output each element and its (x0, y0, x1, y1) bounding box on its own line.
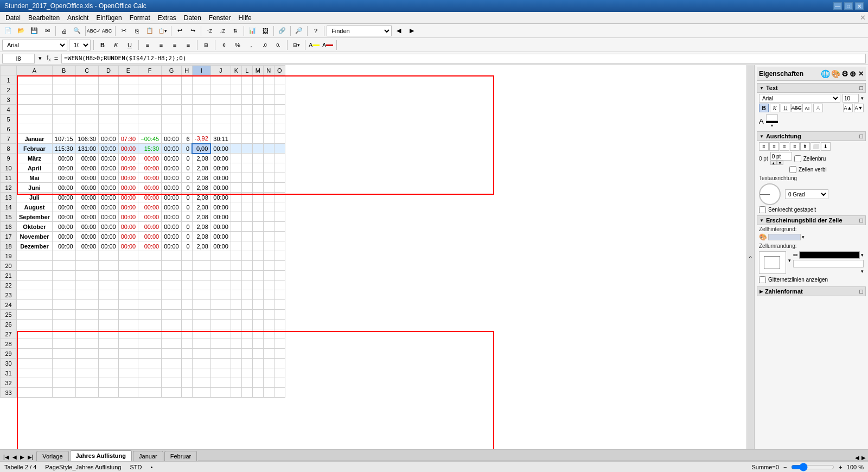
cell-E30[interactable] (118, 359, 138, 368)
cell-C23[interactable] (75, 290, 99, 300)
cell-J4[interactable] (210, 105, 231, 114)
cell-B16[interactable]: 00:00 (52, 222, 75, 232)
cell-K22[interactable] (231, 280, 241, 290)
cell-K18[interactable] (231, 241, 241, 251)
prop-icon-1[interactable]: 🌐 (821, 69, 830, 78)
cell-L8[interactable] (241, 144, 252, 154)
cell-M28[interactable] (252, 339, 263, 349)
zoom-in-btn[interactable]: + (839, 464, 842, 470)
cell-K29[interactable] (231, 349, 241, 359)
cell-M32[interactable] (252, 378, 263, 388)
cell-G17[interactable]: 00:00 (162, 232, 182, 241)
col-header-O[interactable]: O (274, 66, 285, 75)
cell-J5[interactable] (210, 114, 231, 124)
currency-btn[interactable]: € (218, 40, 230, 50)
cell-J16[interactable]: 00:00 (210, 222, 231, 232)
cell-F17[interactable]: 00:00 (138, 232, 162, 241)
cell-A5[interactable] (17, 114, 53, 124)
cell-D30[interactable] (99, 359, 119, 368)
cell-H27[interactable] (181, 329, 192, 339)
row-number-30[interactable]: 30 (1, 359, 17, 368)
cell-N33[interactable] (263, 388, 274, 398)
cell-D20[interactable] (99, 261, 119, 271)
row-number-23[interactable]: 23 (1, 290, 17, 300)
cell-L31[interactable] (241, 368, 252, 378)
cell-L12[interactable] (241, 183, 252, 193)
cell-C9[interactable]: 00:00 (75, 154, 99, 163)
menu-hilfe[interactable]: Hilfe (235, 13, 255, 23)
new-btn[interactable]: 📄 (2, 25, 14, 36)
cell-A18[interactable]: Dezember (17, 241, 53, 251)
row-number-28[interactable]: 28 (1, 339, 17, 349)
cell-A14[interactable]: August (17, 202, 53, 212)
cell-E2[interactable] (118, 85, 138, 95)
cell-N23[interactable] (263, 290, 274, 300)
cell-A2[interactable] (17, 85, 53, 95)
hyperlink-btn[interactable]: 🔗 (276, 25, 288, 36)
cell-A31[interactable] (17, 368, 53, 378)
cell-B13[interactable]: 00:00 (52, 193, 75, 202)
col-header-K[interactable]: K (231, 66, 241, 75)
cell-K25[interactable] (231, 310, 241, 320)
cell-H16[interactable]: 0 (181, 222, 192, 232)
cell-D22[interactable] (99, 280, 119, 290)
cell-H32[interactable] (181, 378, 192, 388)
cell-G31[interactable] (162, 368, 182, 378)
cell-M20[interactable] (252, 261, 263, 271)
increase-decimal-btn[interactable]: .0 (259, 40, 271, 50)
cell-H31[interactable] (181, 368, 192, 378)
border-color-dropdown[interactable]: ▾ (861, 252, 864, 258)
cell-B6[interactable] (52, 124, 75, 134)
cell-A27[interactable] (17, 329, 53, 339)
prop-strike-btn[interactable]: ABC (792, 104, 801, 112)
insert-chart-btn[interactable]: 📊 (246, 25, 258, 36)
cell-A13[interactable]: Juli (17, 193, 53, 202)
panel-toggle[interactable]: ‹ (746, 65, 754, 449)
close-button[interactable]: ✕ (855, 2, 864, 10)
cell-K31[interactable] (231, 368, 241, 378)
cell-L3[interactable] (241, 95, 252, 105)
row-number-4[interactable]: 4 (1, 105, 17, 114)
cell-C1[interactable] (75, 75, 99, 85)
cell-I25[interactable] (192, 310, 210, 320)
cell-F13[interactable]: 00:00 (138, 193, 162, 202)
cell-B32[interactable] (52, 378, 75, 388)
menu-bearbeiten[interactable]: Bearbeiten (25, 13, 63, 23)
cell-J23[interactable] (210, 290, 231, 300)
cell-A29[interactable] (17, 349, 53, 359)
cell-K9[interactable] (231, 154, 241, 163)
cell-M18[interactable] (252, 241, 263, 251)
thousand-sep-btn[interactable]: , (245, 40, 257, 50)
panel-close-x[interactable]: ✕ (860, 14, 866, 22)
col-header-I[interactable]: I (192, 66, 210, 75)
row-number-29[interactable]: 29 (1, 349, 17, 359)
row-number-20[interactable]: 20 (1, 261, 17, 271)
cell-J33[interactable] (210, 388, 231, 398)
cell-H30[interactable] (181, 359, 192, 368)
cell-N20[interactable] (263, 261, 274, 271)
font-color-btn[interactable]: ▾ (766, 114, 778, 128)
cell-L16[interactable] (241, 222, 252, 232)
cell-N9[interactable] (263, 154, 274, 163)
cell-M24[interactable] (252, 300, 263, 310)
cell-G30[interactable] (162, 359, 182, 368)
cell-E4[interactable] (118, 105, 138, 114)
cell-C14[interactable]: 00:00 (75, 202, 99, 212)
email-btn[interactable]: ✉ (41, 25, 53, 36)
cell-J12[interactable]: 00:00 (210, 183, 231, 193)
cell-L29[interactable] (241, 349, 252, 359)
cell-E20[interactable] (118, 261, 138, 271)
cell-M15[interactable] (252, 212, 263, 222)
senkrecht-checkbox[interactable] (759, 206, 766, 213)
cell-H9[interactable]: 0 (181, 154, 192, 163)
cell-B5[interactable] (52, 114, 75, 124)
row-number-33[interactable]: 33 (1, 388, 17, 398)
cell-G6[interactable] (162, 124, 182, 134)
cell-J3[interactable] (210, 95, 231, 105)
prop-font-dropdown[interactable]: Arial (759, 94, 840, 103)
cell-H1[interactable] (181, 75, 192, 85)
cell-L28[interactable] (241, 339, 252, 349)
cell-L7[interactable] (241, 134, 252, 144)
cell-E27[interactable] (118, 329, 138, 339)
cell-J22[interactable] (210, 280, 231, 290)
